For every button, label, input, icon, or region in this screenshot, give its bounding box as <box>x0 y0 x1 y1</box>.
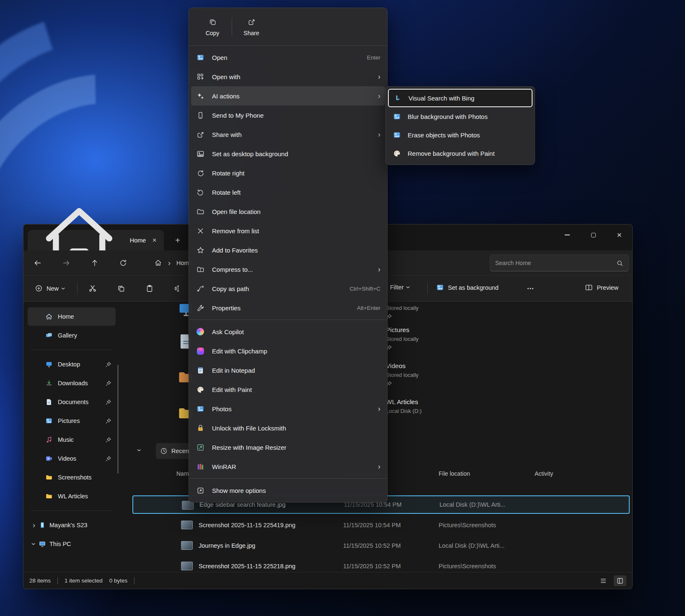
wrench-icon <box>196 303 205 312</box>
more-options-button[interactable] <box>522 280 539 297</box>
menu-item-edit-with-clipchamp[interactable]: Edit with Clipchamp <box>191 341 385 361</box>
tab-title: Home <box>130 237 146 244</box>
menu-label: Edit in Notepad <box>212 367 255 374</box>
submenu-item-remove-background-with-paint[interactable]: Remove background with Paint <box>388 144 532 162</box>
menu-item-unlock-with-file-locksmith[interactable]: Unlock with File Locksmith <box>191 418 385 438</box>
folder-tile[interactable]: Stored locally <box>386 302 512 322</box>
large-thumbnails-view-button[interactable] <box>614 575 626 586</box>
tab-close-icon[interactable] <box>150 235 159 246</box>
sidebar-item-pictures[interactable]: Pictures <box>28 412 116 430</box>
menu-item-add-to-favorites[interactable]: Add to Favorites <box>191 240 385 260</box>
menu-item-photos[interactable]: Photos <box>191 399 385 418</box>
menu-item-edit-in-notepad[interactable]: Edit in Notepad <box>191 361 385 380</box>
chevron-right-icon <box>168 259 171 267</box>
column-header-file-location[interactable]: File location <box>439 470 470 477</box>
search-input[interactable] <box>495 260 613 266</box>
submenu-item-visual-search-with-bing[interactable]: Visual Search with Bing <box>388 89 532 107</box>
column-header-activity[interactable]: Activity <box>535 470 553 477</box>
menu-item-set-as-desktop-background[interactable]: Set as desktop background <box>191 144 385 163</box>
minimize-button[interactable] <box>554 224 580 245</box>
videos-icon <box>45 455 53 462</box>
sidebar-item-gallery[interactable]: Gallery <box>28 326 116 345</box>
paste-button[interactable] <box>141 280 158 297</box>
menu-item-send-to-my-phone[interactable]: Send to My Phone <box>191 106 385 125</box>
submenu-item-erase-objects-with-photos[interactable]: Erase objects with Photos <box>388 126 532 144</box>
tab-home[interactable]: Home <box>28 230 164 250</box>
resize-icon <box>196 443 205 452</box>
search-box[interactable] <box>490 255 629 271</box>
divider <box>189 478 387 479</box>
menu-item-open-with[interactable]: Open with <box>191 67 385 86</box>
preview-button[interactable]: Preview <box>579 280 624 295</box>
filter-button[interactable]: Filter <box>385 280 415 294</box>
pin-icon <box>105 437 111 443</box>
menu-item-compress-to[interactable]: Compress to... <box>191 260 385 279</box>
close-button[interactable] <box>606 224 632 245</box>
maximize-button[interactable] <box>580 224 606 245</box>
menu-item-ask-copilot[interactable]: Ask Copilot <box>191 322 385 341</box>
menu-item-edit-with-paint[interactable]: Edit with Paint <box>191 380 385 399</box>
set-as-background-button[interactable]: Set as background <box>431 280 504 295</box>
file-location: Local Disk (D:)\WL Arti... <box>439 496 505 513</box>
menu-label: Open <box>212 54 227 61</box>
refresh-button[interactable] <box>115 255 132 271</box>
sidebar-item-documents[interactable]: Documents <box>28 393 116 411</box>
sidebar-item-downloads[interactable]: Downloads <box>28 374 116 392</box>
cut-button[interactable] <box>84 280 101 297</box>
sidebar-item-desktop[interactable]: Desktop <box>28 355 116 374</box>
forward-button[interactable] <box>58 255 75 271</box>
menu-item-ai-actions[interactable]: AI actions <box>191 86 385 106</box>
file-location: Pictures\Screenshots <box>439 557 496 572</box>
downloads-icon <box>45 379 53 387</box>
menu-item-resize-with-image-resizer[interactable]: Resize with Image Resizer <box>191 438 385 457</box>
sidebar-item-home[interactable]: Home <box>28 307 116 326</box>
file-row[interactable]: Screenshot 2025-11-15 225419.png 11/15/2… <box>132 516 630 534</box>
menu-label: Copy as path <box>212 285 249 292</box>
bing-icon <box>393 93 402 103</box>
sidebar-item-screenshots[interactable]: Screenshots <box>28 468 116 487</box>
menu-label: Show more options <box>212 487 266 494</box>
sidebar-item-music[interactable]: Music <box>28 430 116 449</box>
menu-item-remove-from-list[interactable]: Remove from list <box>191 221 385 240</box>
menu-item-rotate-left[interactable]: Rotate left <box>191 183 385 202</box>
menu-item-winrar[interactable]: WinRAR <box>191 457 385 476</box>
copy-button[interactable]: Copy <box>194 12 231 41</box>
submenu-item-blur-background-with-photos[interactable]: Blur background with Photos <box>388 107 532 126</box>
menu-item-rotate-right[interactable]: Rotate right <box>191 163 385 183</box>
menu-item-open[interactable]: Open Enter <box>191 48 385 67</box>
rename-button[interactable] <box>170 280 186 297</box>
menu-item-copy-as-path[interactable]: Copy as path Ctrl+Shift+C <box>191 279 385 298</box>
menu-item-properties[interactable]: Properties Alt+Enter <box>191 298 385 317</box>
tile-subtitle: Stored locally <box>386 305 512 311</box>
photos-icon <box>196 404 205 413</box>
file-row[interactable]: Journeys in Edge.jpg 11/15/2025 10:52 PM… <box>132 536 630 555</box>
scrollbar[interactable] <box>117 365 119 474</box>
sidebar-label: This PC <box>49 541 71 547</box>
folder-tile-videos[interactable]: Videos Stored locally <box>386 362 512 389</box>
file-thumbnail <box>181 562 193 570</box>
back-button[interactable] <box>29 255 46 271</box>
folder-icon <box>45 492 53 500</box>
folder-tile-pictures[interactable]: Pictures Stored locally <box>386 326 512 353</box>
folder-tile-wl-articles[interactable]: WL Articles Local Disk (D:) <box>386 398 512 414</box>
details-view-button[interactable] <box>597 575 610 586</box>
copilot-icon <box>196 327 205 336</box>
breadcrumb[interactable]: Home <box>154 259 193 267</box>
menu-item-open-file-location[interactable]: Open file location <box>191 202 385 221</box>
sidebar-item-mayanks-s23[interactable]: Mayank's S23 <box>28 516 116 534</box>
sidebar-item-wl-articles[interactable]: WL Articles <box>28 487 116 505</box>
sidebar-item-this-pc[interactable]: This PC <box>28 535 116 553</box>
menu-item-show-more-options[interactable]: Show more options <box>191 481 385 500</box>
menu-label: Add to Favorites <box>212 247 258 254</box>
share-button[interactable]: Share <box>233 12 270 41</box>
new-tab-button[interactable] <box>171 234 184 247</box>
sidebar-item-videos[interactable]: Videos <box>28 449 116 468</box>
copy-button[interactable] <box>113 280 129 297</box>
filter-label: Filter <box>390 284 403 291</box>
new-button[interactable]: New <box>29 281 70 296</box>
chevron-down-icon[interactable] <box>136 449 143 451</box>
menu-item-share-with[interactable]: Share with <box>191 125 385 144</box>
up-button[interactable] <box>86 255 103 271</box>
file-name: Screenshot 2025-11-15 225419.png <box>199 516 295 534</box>
file-row[interactable]: Screenshot 2025-11-15 225218.png 11/15/2… <box>132 557 630 572</box>
